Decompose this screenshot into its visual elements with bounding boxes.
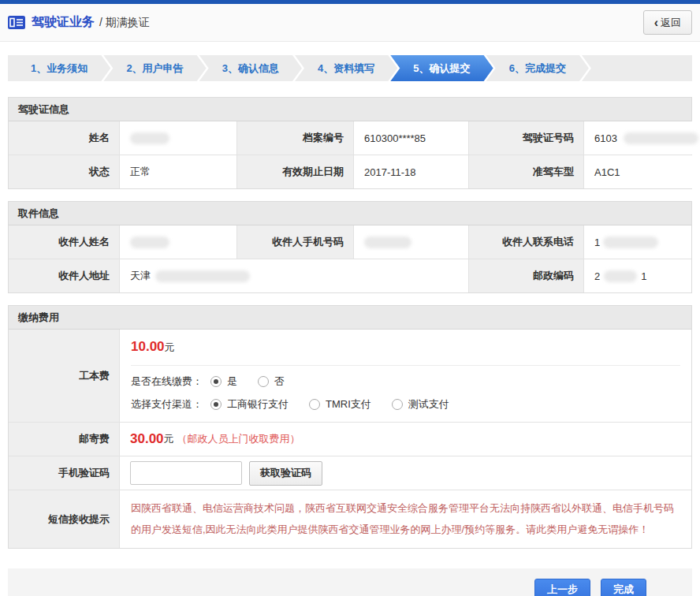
production-fee-amount: 10.00 xyxy=(131,339,165,354)
redacted-name xyxy=(130,132,169,144)
expiry-label: 有效期止日期 xyxy=(237,155,353,188)
redacted-postal-code xyxy=(604,270,637,282)
production-fee-label: 工本费 xyxy=(9,330,119,422)
fees-title: 缴纳费用 xyxy=(9,306,691,330)
sms-code-input[interactable] xyxy=(130,461,242,485)
online-pay-row: 是否在线缴费： 是 否 xyxy=(120,366,691,389)
status-label: 状态 xyxy=(9,155,119,188)
radio-checked-icon[interactable] xyxy=(210,376,222,387)
production-fee-amount-row: 10.00元 xyxy=(120,330,691,365)
step-2-user-declaration[interactable]: 2、用户申告 xyxy=(103,55,206,81)
steps-filler xyxy=(582,55,692,81)
recipient-mobile-value xyxy=(354,225,468,259)
previous-step-button[interactable]: 上一步 xyxy=(534,579,590,596)
breadcrumb-current: / 期满换证 xyxy=(99,16,150,30)
license-card-icon xyxy=(8,16,25,29)
recipient-address-label: 收件人地址 xyxy=(9,259,119,292)
vehicle-class-value: A1C1 xyxy=(584,155,700,188)
channel-icbc-option[interactable]: 工商银行支付 xyxy=(210,397,289,412)
recipient-name-label: 收件人姓名 xyxy=(9,225,119,259)
vehicle-class-label: 准驾车型 xyxy=(469,155,583,188)
radio-checked-icon[interactable] xyxy=(210,399,222,410)
postage-amount: 30.00 xyxy=(130,431,164,447)
postage-value: 30.00元 （邮政人员上门收取费用） xyxy=(120,423,691,456)
step-6-complete-submit[interactable]: 6、完成提交 xyxy=(486,55,589,81)
get-code-button[interactable]: 获取验证码 xyxy=(249,461,322,486)
step-4-fill-data[interactable]: 4、资料填写 xyxy=(295,55,397,81)
channel-test-option[interactable]: 测试支付 xyxy=(392,397,449,412)
license-info-table: 姓名 档案编号 610300****85 驾驶证号码 6103 3163X 状态… xyxy=(9,121,691,188)
pay-channel-question: 选择支付渠道： xyxy=(131,397,203,412)
postal-code-value: 2 1 xyxy=(584,259,691,292)
step-1-business-notes[interactable]: 1、业务须知 xyxy=(8,55,110,81)
radio-unchecked-icon[interactable] xyxy=(392,399,403,410)
radio-unchecked-icon[interactable] xyxy=(258,376,269,387)
postal-code-label: 邮政编码 xyxy=(469,259,583,292)
back-chevron-icon: ‹ xyxy=(654,17,658,29)
fees-section: 缴纳费用 工本费 10.00元 是否在线缴费： 是 否 选择支付渠道： xyxy=(8,305,692,549)
online-pay-yes-option[interactable]: 是 xyxy=(210,374,237,389)
pickup-info-table: 收件人姓名 收件人手机号码 收件人联系电话 1 收件人地址 天津 邮政编码 2 … xyxy=(9,225,691,292)
license-number-label: 驾驶证号码 xyxy=(469,121,583,155)
step-3-confirm-info[interactable]: 3、确认信息 xyxy=(199,55,302,81)
name-value xyxy=(120,121,236,155)
wizard-steps: 1、业务须知 2、用户申告 3、确认信息 4、资料填写 5、确认提交 6、完成提… xyxy=(8,55,692,81)
pay-channel-row: 选择支付渠道： 工商银行支付 TMRI支付 测试支付 xyxy=(120,389,691,422)
status-value: 正常 xyxy=(120,155,236,188)
pickup-info-section: 取件信息 收件人姓名 收件人手机号码 收件人联系电话 1 收件人地址 天津 邮政… xyxy=(8,201,692,293)
footer-action-bar: 上一步 完成 xyxy=(8,568,692,596)
license-info-title: 驾驶证信息 xyxy=(9,98,691,121)
step-5-confirm-submit[interactable]: 5、确认提交 xyxy=(390,55,493,81)
postage-note: （邮政人员上门收取费用） xyxy=(177,432,300,446)
recipient-mobile-label: 收件人手机号码 xyxy=(237,225,353,259)
name-label: 姓名 xyxy=(9,121,119,155)
license-info-section: 驾驶证信息 姓名 档案编号 610300****85 驾驶证号码 6103 31… xyxy=(8,97,692,189)
recipient-address-value: 天津 xyxy=(120,259,468,292)
redacted-recipient-phone xyxy=(603,237,658,248)
pickup-info-title: 取件信息 xyxy=(9,202,691,225)
recipient-phone-value: 1 xyxy=(584,225,691,259)
channel-tmri-option[interactable]: TMRI支付 xyxy=(309,397,371,412)
online-pay-no-option[interactable]: 否 xyxy=(258,374,285,389)
page-title: 驾驶证业务 xyxy=(32,14,95,31)
recipient-name-value xyxy=(120,225,236,259)
radio-unchecked-icon[interactable] xyxy=(309,399,320,410)
back-button-label: 返回 xyxy=(661,16,681,30)
postage-label: 邮寄费 xyxy=(9,423,119,456)
fees-table: 工本费 10.00元 是否在线缴费： 是 否 选择支付渠道： xyxy=(9,330,691,548)
license-number-value: 6103 3163X xyxy=(584,121,700,155)
redacted-recipient-name xyxy=(130,237,169,248)
online-pay-question: 是否在线缴费： xyxy=(131,374,203,389)
sms-tip-label: 短信接收提示 xyxy=(9,490,119,548)
redacted-recipient-mobile xyxy=(364,237,411,248)
file-number-value: 610300****85 xyxy=(354,121,468,155)
back-button[interactable]: ‹ 返回 xyxy=(643,10,692,35)
redacted-recipient-address xyxy=(155,270,250,282)
production-fee-value: 10.00元 是否在线缴费： 是 否 选择支付渠道： 工商银行支付 xyxy=(120,330,691,422)
page-header: 驾驶证业务 / 期满换证 ‹ 返回 xyxy=(0,4,700,42)
sms-tip-text: 因陕西省联通、电信运营商技术问题，陕西省互联网交通安全综合服务管理平台无法向持陕… xyxy=(120,490,691,548)
finish-button[interactable]: 完成 xyxy=(601,579,646,596)
expiry-value: 2017-11-18 xyxy=(354,155,468,188)
file-number-label: 档案编号 xyxy=(237,121,353,155)
sms-code-row: 获取验证码 xyxy=(120,456,691,490)
recipient-phone-label: 收件人联系电话 xyxy=(469,225,583,259)
redacted-license-number xyxy=(624,132,698,144)
sms-code-label: 手机验证码 xyxy=(9,456,119,490)
